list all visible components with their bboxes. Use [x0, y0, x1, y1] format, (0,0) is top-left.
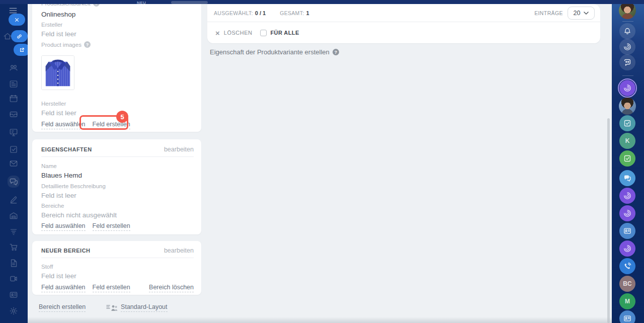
- crm-chat-2[interactable]: [619, 310, 635, 323]
- drawer-icon: [9, 109, 19, 119]
- chat-m[interactable]: M: [619, 293, 635, 309]
- copilot-chat-2[interactable]: [619, 188, 635, 204]
- sidebar-item-documents[interactable]: [9, 258, 19, 268]
- edit-link[interactable]: bearbeiten: [164, 247, 194, 254]
- content-scrollbar[interactable]: [607, 118, 610, 323]
- neu-badge: NEU: [137, 1, 146, 4]
- link-icon: [16, 33, 23, 40]
- select-field-link[interactable]: Feld auswählen: [41, 284, 86, 292]
- sidebar-item-mail[interactable]: [9, 158, 19, 169]
- divider: [41, 258, 194, 258]
- chevron-down-icon: [584, 12, 589, 15]
- fabric-field-value: Feld ist leer: [41, 272, 76, 280]
- entries-per-page-select[interactable]: 20: [568, 7, 595, 20]
- delete-button[interactable]: LÖSCHEN: [224, 30, 253, 36]
- warehouse-icon: [9, 211, 19, 221]
- help-icon[interactable]: [333, 49, 339, 55]
- id-card-icon: [9, 290, 19, 300]
- sections-field-value: Bereich nicht ausgewählt: [41, 211, 117, 219]
- sidebar-item-tasks[interactable]: [9, 144, 19, 154]
- sidebar-item-messenger[interactable]: [8, 176, 20, 188]
- feed-icon: [9, 79, 19, 89]
- check-square-icon: [623, 154, 632, 163]
- create-field-link[interactable]: Feld erstellen: [93, 222, 130, 231]
- copilot-chat-3[interactable]: [619, 205, 635, 221]
- pen-icon: [9, 195, 19, 205]
- sidebar-item-settings[interactable]: [9, 306, 19, 316]
- manufacturer-field-label: Hersteller: [41, 101, 66, 107]
- mail-icon: [9, 158, 19, 169]
- select-field-link[interactable]: Feld auswählen: [41, 121, 86, 129]
- copilot-chat[interactable]: [619, 80, 635, 96]
- create-section-link[interactable]: Bereich erstellen: [39, 303, 86, 312]
- variants-grid-card: AUSGEWÄHLT: 0 / 1 GESAMT: 1 EINTRÄGE 20 …: [207, 4, 600, 43]
- link-pill-button[interactable]: [11, 30, 28, 42]
- create-variant-property-link[interactable]: Eigenschaft der Produktvariante erstelle…: [210, 48, 339, 56]
- chat-bc[interactable]: BC: [619, 276, 635, 292]
- properties-card-title: EIGENSCHAFTEN: [41, 146, 92, 152]
- grid-stats-row: AUSGEWÄHLT: 0 / 1 GESAMT: 1 EINTRÄGE 20: [207, 4, 600, 22]
- sidebar-item-sign[interactable]: [9, 195, 19, 205]
- new-section-card: NEUER BEREICH bearbeiten Stoff Feld ist …: [32, 241, 201, 295]
- gear-icon: [9, 306, 19, 316]
- check-square-icon: [623, 119, 632, 128]
- sidebar-item-shop[interactable]: [9, 242, 19, 252]
- funnel-icon: [9, 226, 19, 236]
- notifications-icon[interactable]: [619, 23, 635, 39]
- contact-card-icon: [623, 226, 632, 235]
- description-field-value: Feld ist leer: [41, 192, 76, 199]
- sidebar-item-drive[interactable]: [9, 109, 19, 119]
- check-square-icon: [9, 144, 19, 154]
- for-all-label: FÜR ALLE: [270, 30, 299, 36]
- visibility-field-value: Onlineshop: [41, 11, 75, 18]
- chat-k[interactable]: K: [619, 133, 635, 149]
- divider: [622, 75, 633, 76]
- copilot-icon: [623, 191, 632, 200]
- sidebar-item-employees[interactable]: [9, 63, 19, 73]
- copilot-icon[interactable]: [619, 39, 635, 55]
- board-icon: [9, 127, 19, 137]
- people-icon: [9, 63, 19, 73]
- product-image-thumbnail[interactable]: [41, 55, 74, 90]
- product-details-card: Produktsichtbarkeit Onlineshop Ersteller…: [32, 0, 201, 132]
- selected-value: 0 / 1: [255, 10, 266, 16]
- copilot-chat-4[interactable]: [619, 240, 635, 257]
- standard-layout-icon: [106, 304, 118, 311]
- manufacturer-field-value: Feld ist leer: [41, 109, 76, 117]
- chat-avatar[interactable]: [619, 98, 636, 115]
- sidebar-item-crm[interactable]: [9, 290, 19, 300]
- create-field-link[interactable]: Feld erstellen: [93, 284, 130, 292]
- sidebar-item-board[interactable]: [9, 127, 19, 137]
- sidebar-item-warehouse[interactable]: [9, 211, 19, 221]
- select-field-link[interactable]: Feld auswählen: [41, 222, 86, 231]
- task-chat-2[interactable]: [619, 150, 635, 167]
- delete-section-link[interactable]: Bereich löschen: [149, 284, 194, 292]
- entries-value: 20: [574, 10, 581, 17]
- messenger-icon[interactable]: [619, 54, 635, 70]
- standard-layout-link[interactable]: Standard-Layout: [121, 303, 167, 312]
- properties-card: EIGENSCHAFTEN bearbeiten Name Blaues Hem…: [32, 139, 201, 234]
- name-field-value: Blaues Hemd: [41, 172, 82, 179]
- edit-link[interactable]: bearbeiten: [164, 146, 194, 153]
- creator-field-value: Feld ist leer: [41, 30, 76, 38]
- copilot-icon: [623, 244, 632, 253]
- total-value: 1: [306, 10, 309, 16]
- sidebar-item-feed[interactable]: [9, 79, 19, 89]
- help-icon[interactable]: [84, 41, 91, 48]
- external-link-pill-button[interactable]: [14, 44, 28, 56]
- for-all-checkbox[interactable]: [260, 30, 267, 36]
- crm-chat[interactable]: [619, 223, 635, 239]
- user-avatar[interactable]: [619, 2, 636, 19]
- close-pill-button[interactable]: [9, 14, 25, 26]
- sidebar-item-sales[interactable]: [9, 226, 19, 236]
- step-badge: 5: [116, 111, 128, 123]
- chat-bubbles-icon: [623, 174, 632, 183]
- entries-label: EINTRÄGE: [534, 10, 563, 16]
- group-chat[interactable]: [619, 170, 635, 186]
- layout-footer: Bereich erstellen Standard-Layout: [39, 303, 168, 312]
- sidebar-item-calendar[interactable]: [9, 94, 19, 104]
- messenger-sidebar: KBCM: [612, 0, 644, 323]
- task-chat[interactable]: [619, 115, 635, 131]
- call-icon[interactable]: [619, 258, 635, 274]
- sidebar-item-video[interactable]: [9, 274, 19, 284]
